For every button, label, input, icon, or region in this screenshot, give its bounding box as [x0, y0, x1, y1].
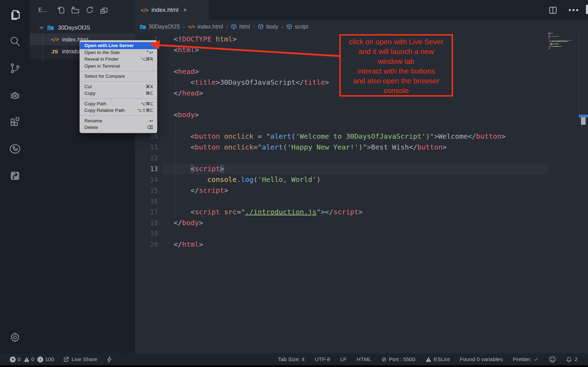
status-item-bolt[interactable] — [106, 357, 112, 362]
status-label: Prettier: — [513, 356, 532, 362]
editor-scrollbar-thumb[interactable] — [581, 117, 586, 125]
menu-item-reveal-in-finder[interactable]: Reveal in Finder⌥⌘R — [80, 56, 157, 63]
export-icon — [63, 357, 69, 362]
status-item-eslint[interactable]: ESLint — [425, 356, 450, 362]
code-line-12: 12 — [135, 153, 588, 163]
menu-item-open-to-the-side[interactable]: Open to the Side^↩ — [80, 49, 157, 56]
code-line-17: 17 <script src="./introduction.js"></scr… — [135, 207, 588, 217]
line-content: <title>30DaysOfJavaScript</title> — [158, 77, 329, 88]
annotation-text: and also open the browser — [341, 76, 452, 86]
menu-item-delete[interactable]: Delete⌫ — [80, 124, 157, 131]
menu-item-label: Open with Live Server — [84, 43, 134, 48]
menu-item-copy[interactable]: Copy⌘C — [80, 90, 157, 97]
check-icon: ✓ — [534, 357, 539, 362]
status-item-100[interactable]: i100 — [37, 356, 54, 362]
problems-status[interactable]: ✕00i100 — [10, 356, 54, 362]
new-folder-icon[interactable] — [71, 6, 80, 14]
line-content: <head> — [158, 66, 199, 77]
breadcrumb: 30DaysOfJS›</>index.html›html›body›scrip… — [135, 20, 588, 33]
line-content: <script> — [158, 163, 224, 174]
code-line-7: 7 — [135, 99, 588, 109]
source-control-icon[interactable] — [0, 57, 30, 79]
status-item-0[interactable]: 0 — [24, 356, 35, 362]
status-item-live-share[interactable]: Live Share — [63, 356, 97, 362]
debug-icon[interactable] — [0, 84, 30, 106]
line-content: <html> — [158, 45, 199, 55]
menu-item-open-with-live-server[interactable]: Open with Live Server — [80, 42, 157, 49]
more-actions-icon[interactable]: ••• — [568, 6, 580, 15]
smiley-icon: ☺ — [549, 356, 556, 363]
menu-item-rename[interactable]: Rename↩ — [80, 117, 157, 124]
status-item-smiley[interactable]: ☺ — [549, 356, 556, 363]
status-item-lf[interactable]: LF — [340, 356, 346, 362]
menu-item-open-in-terminal[interactable]: Open in Terminal — [80, 63, 157, 70]
status-label: Tab Size: 4 — [278, 356, 305, 362]
breadcrumb-item-html[interactable]: html — [231, 24, 250, 30]
line-content: <button onclick = "alert('Welcome to 30D… — [158, 131, 505, 142]
annotation-box: click on open with Live Severand it will… — [339, 34, 453, 97]
menu-item-cut[interactable]: Cut⌘X — [80, 83, 157, 90]
line-content: <body> — [158, 109, 199, 120]
split-editor-icon[interactable] — [549, 6, 557, 15]
menu-item-shortcut: ↩ — [150, 118, 153, 123]
line-number: 14 — [135, 174, 158, 185]
new-file-icon[interactable] — [57, 6, 65, 14]
status-item-prettier-[interactable]: Prettier:✓ — [513, 356, 539, 362]
status-label: Live Share — [71, 356, 97, 362]
breadcrumb-separator: › — [281, 24, 283, 30]
explorer-icon[interactable] — [0, 3, 30, 26]
settings-icon[interactable] — [0, 326, 30, 349]
breadcrumb-label: 30DaysOfJS — [149, 24, 180, 30]
breadcrumb-separator: › — [183, 24, 185, 30]
line-content: <button onclick="alert('Happy New Year!'… — [158, 142, 447, 153]
collapse-all-icon[interactable] — [100, 6, 108, 14]
line-number: 20 — [135, 239, 158, 250]
explorer-header: E... — [30, 3, 135, 17]
status-item-tab-size-4[interactable]: Tab Size: 4 — [278, 356, 305, 362]
status-item-found-0-variables[interactable]: Found 0 variables — [460, 356, 503, 362]
menu-item-shortcut: ⌥⌘C — [141, 101, 153, 106]
tree-folder-30daysofjs[interactable]: 30DaysOfJS — [30, 22, 135, 33]
menu-item-copy-relative-path[interactable]: Copy Relative Path⌥⇧⌘C — [80, 107, 157, 114]
line-content: </script> — [158, 185, 228, 196]
folder-label: 30DaysOfJS — [58, 24, 90, 31]
code-line-14: 14 console.log('Hello, World') — [135, 174, 588, 185]
menu-item-label: Open in Terminal — [84, 63, 120, 69]
annotation-text: console — [341, 86, 452, 95]
explorer-title: E... — [38, 7, 47, 13]
menu-item-label: Copy — [84, 91, 96, 96]
status-item-0[interactable]: ✕0 — [10, 356, 21, 362]
gitlens-icon[interactable] — [0, 138, 30, 160]
menu-item-shortcut: ⌥⇧⌘C — [137, 108, 153, 113]
minimap[interactable] — [548, 33, 576, 49]
menu-item-label: Rename — [84, 118, 102, 123]
breadcrumb-label: script — [295, 24, 308, 30]
error-icon: ✕ — [10, 357, 16, 362]
warning-icon — [24, 357, 30, 362]
line-content — [158, 120, 174, 131]
tab-close-icon[interactable]: × — [183, 7, 187, 14]
status-item-port-5500[interactable]: ⊘Port : 5500 — [382, 356, 415, 362]
breadcrumb-item-script[interactable]: script — [286, 24, 308, 30]
menu-item-label: Open to the Side — [84, 50, 120, 55]
tabbar-scrollbar[interactable] — [586, 5, 588, 14]
bolt-icon — [106, 357, 112, 362]
refresh-icon[interactable] — [85, 6, 94, 14]
menu-item-shortcut: ⌥⌘R — [141, 56, 153, 62]
status-item-utf-8[interactable]: UTF-8 — [315, 356, 330, 362]
status-item-2[interactable]: 2 — [566, 356, 578, 362]
breadcrumb-item-body[interactable]: body — [258, 24, 278, 30]
status-label: UTF-8 — [315, 356, 330, 362]
search-icon[interactable] — [0, 30, 30, 53]
live-share-icon[interactable] — [0, 165, 30, 187]
breadcrumb-item-index-html[interactable]: </>index.html — [188, 24, 223, 30]
extensions-icon[interactable] — [0, 111, 30, 133]
menu-item-select-for-compare[interactable]: Select for Compare — [80, 73, 157, 80]
status-item-html[interactable]: HTML — [357, 356, 371, 362]
breadcrumb-item-30daysofjs[interactable]: 30DaysOfJS — [140, 23, 180, 30]
menu-item-label: Delete — [84, 125, 98, 130]
status-label: 100 — [45, 356, 54, 362]
tab-index-html[interactable]: </> index.html × — [135, 0, 209, 20]
menu-item-shortcut: ^↩ — [146, 50, 153, 55]
menu-item-copy-path[interactable]: Copy Path⌥⌘C — [80, 100, 157, 107]
